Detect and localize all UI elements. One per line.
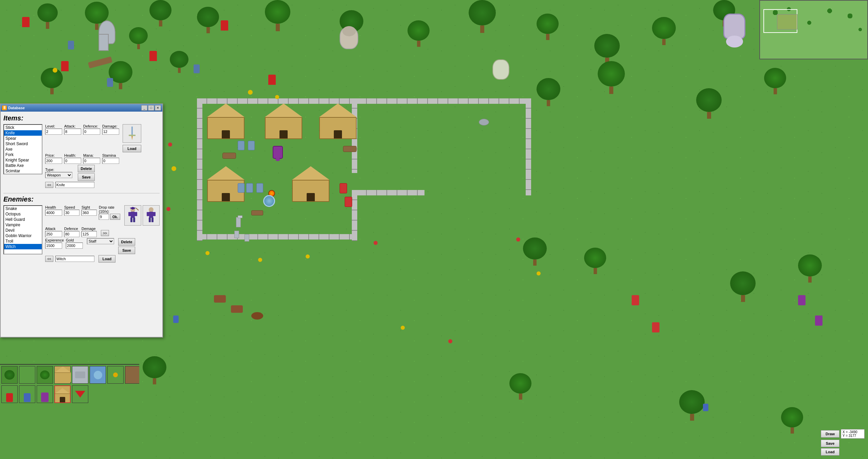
- flower-yellow: [537, 271, 541, 275]
- type-select[interactable]: Weapon Armor Consumable: [45, 172, 72, 178]
- svg-rect-4: [131, 212, 135, 218]
- mana-input[interactable]: [83, 158, 100, 164]
- log: [251, 210, 263, 215]
- item-battle-axe[interactable]: Battle Axe: [4, 163, 42, 168]
- enemy-name-input[interactable]: [55, 256, 94, 262]
- tile-tent[interactable]: [54, 366, 71, 384]
- flower-red: [448, 339, 452, 343]
- item-spear[interactable]: Spear: [4, 136, 42, 141]
- tile-tent-selected[interactable]: [54, 385, 71, 403]
- minimize-button[interactable]: _: [141, 105, 147, 111]
- item-delete-button[interactable]: Delete: [78, 165, 95, 172]
- log: [222, 153, 236, 159]
- item-long-sword[interactable]: Long Sword: [4, 174, 42, 174]
- stump: [231, 305, 243, 313]
- item-stick[interactable]: Stick: [4, 125, 42, 130]
- enemy-speed-input[interactable]: [64, 210, 79, 216]
- level-input[interactable]: [45, 129, 62, 135]
- witch-sprite-2: [145, 207, 158, 224]
- stamina-input[interactable]: [102, 158, 119, 164]
- world-save-button[interactable]: Save: [821, 440, 839, 447]
- enemy-save-button[interactable]: Save: [118, 247, 135, 254]
- enemy-forward-arrow[interactable]: >>: [101, 230, 109, 236]
- enemies-list[interactable]: Snake Octopus Hell Guard Vampire Devil G…: [3, 205, 42, 254]
- item-knight-spear[interactable]: Knight Spear: [4, 157, 42, 163]
- enemy-defence-input[interactable]: [64, 231, 79, 237]
- enemy-vampire[interactable]: Vampire: [4, 222, 42, 228]
- items-list[interactable]: Stick Knife Spear Short Sword Axe Fork K…: [3, 124, 42, 174]
- enemy-witch[interactable]: Witch: [4, 244, 42, 249]
- enemy-arrow-button[interactable]: <<: [45, 256, 53, 262]
- armored-character: [238, 141, 245, 150]
- tile-water[interactable]: [90, 366, 106, 384]
- damage-field: Damage:: [102, 124, 119, 152]
- attack-input[interactable]: [64, 129, 81, 135]
- monument-top: [238, 215, 242, 218]
- flower-yellow: [275, 95, 279, 99]
- enemy-octopus[interactable]: Octopus: [4, 211, 42, 217]
- tile-char-2[interactable]: [19, 385, 35, 403]
- enemy-gold-input[interactable]: [66, 243, 83, 249]
- enemy-ok-button[interactable]: Ok.: [110, 214, 120, 220]
- tile-flower[interactable]: [107, 366, 124, 384]
- enemy-health-input[interactable]: [45, 210, 62, 216]
- enemy-devil[interactable]: Devil: [4, 228, 42, 233]
- tree: [798, 254, 822, 283]
- item-save-button[interactable]: Save: [78, 173, 95, 181]
- svg-rect-12: [149, 212, 153, 218]
- enemy-defence-label: Defence: [64, 227, 79, 231]
- enemy-damage-input[interactable]: [82, 231, 97, 237]
- close-button[interactable]: ✕: [155, 105, 161, 111]
- tile-char-3[interactable]: [37, 385, 53, 403]
- damage-input[interactable]: [102, 129, 119, 135]
- enemy-load-button[interactable]: Load: [98, 255, 115, 263]
- draw-button[interactable]: Draw: [821, 430, 839, 438]
- tile-char-1[interactable]: [1, 385, 18, 403]
- enemy-hell-guard[interactable]: Hell Guard: [4, 217, 42, 222]
- enemy-attack-input[interactable]: [45, 231, 62, 237]
- tile-arrow[interactable]: [72, 385, 88, 403]
- enemy-droprate-input[interactable]: [99, 214, 109, 220]
- wall-far-right: [526, 98, 531, 195]
- item-fork[interactable]: Fork: [4, 152, 42, 157]
- enemy-row-1: Health Speed Sight Drop rate (10/x):: [45, 205, 160, 226]
- enemy-goblin-warrior[interactable]: Goblin Warrior: [4, 233, 42, 238]
- enemy-damage-label: Demage: [82, 227, 97, 231]
- tile-tree-2[interactable]: [37, 366, 53, 384]
- price-input[interactable]: [45, 158, 62, 164]
- item-scimitar[interactable]: Scimitar: [4, 168, 42, 174]
- svg-marker-2: [131, 136, 133, 140]
- enemy-defence-field: Defence: [64, 227, 79, 237]
- item-name-input[interactable]: [55, 182, 94, 188]
- drop-rate-row: Ok.: [99, 214, 121, 220]
- enemy-snake[interactable]: Snake: [4, 206, 42, 211]
- enemy-sprites-container: [124, 205, 160, 226]
- flower-red: [516, 237, 520, 242]
- character-red: [221, 20, 228, 31]
- enemy-delete-button[interactable]: Delete: [118, 238, 135, 246]
- enemy-sight-input[interactable]: [82, 210, 97, 216]
- world-load-button[interactable]: Load: [821, 448, 839, 456]
- tile-tree[interactable]: [1, 366, 18, 384]
- tile-grass[interactable]: [19, 366, 35, 384]
- tile-stone[interactable]: [72, 366, 88, 384]
- item-load-button[interactable]: Load: [123, 145, 141, 152]
- item-arrow-button[interactable]: <<: [45, 182, 53, 188]
- svg-rect-1: [129, 135, 135, 136]
- enemy-exp-input[interactable]: [45, 243, 62, 249]
- health-input[interactable]: [64, 158, 81, 164]
- attack-label: Attack:: [64, 124, 81, 128]
- svg-rect-6: [134, 212, 137, 216]
- item-knife[interactable]: Knife: [4, 130, 42, 136]
- maximize-button[interactable]: □: [148, 105, 154, 111]
- item-short-sword[interactable]: Short Sword: [4, 141, 42, 147]
- item-name-field: [55, 182, 94, 188]
- defence-input[interactable]: [83, 129, 100, 135]
- tree: [598, 61, 625, 94]
- enemy-troll[interactable]: Troll: [4, 238, 42, 244]
- item-axe[interactable]: Axe: [4, 147, 42, 152]
- mana-field: Mana:: [83, 153, 100, 164]
- tile-dirt[interactable]: [125, 366, 139, 384]
- enemy-drop-select[interactable]: Staff Sword None: [87, 238, 114, 244]
- wall-left: [197, 98, 202, 241]
